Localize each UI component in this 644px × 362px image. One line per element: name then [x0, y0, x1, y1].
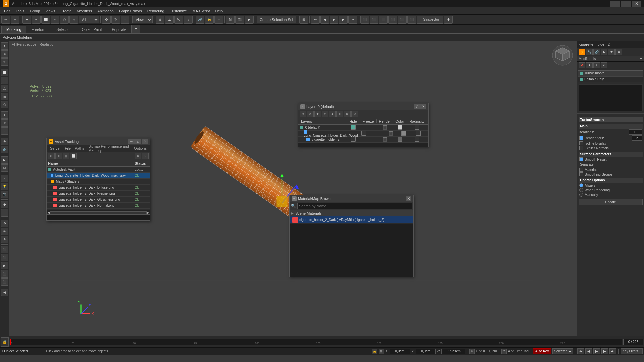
lt-misc2[interactable]: ⬛ [1, 254, 8, 261]
ld-tb-7[interactable]: ↻ [344, 111, 351, 117]
angle-snap[interactable]: ∠ [165, 16, 174, 24]
rp-nav-move-up[interactable]: ⬆ [586, 62, 593, 68]
named-sel-button[interactable]: ⊞ [299, 16, 308, 24]
percent-snap[interactable]: % [174, 16, 183, 24]
play-prev-frame[interactable]: ◀ [585, 348, 592, 354]
mod-editable-poly[interactable]: Editable Poly [578, 76, 643, 82]
close-button[interactable]: ✕ [632, 1, 641, 7]
ld-row-1-hide[interactable] [358, 131, 369, 136]
rp-main-header[interactable]: Main [579, 124, 643, 129]
lt-material[interactable]: M [1, 164, 8, 172]
lt-light[interactable]: 💡 [1, 183, 8, 190]
menu-maxscript[interactable]: MAXScript [190, 7, 213, 15]
key-mode-button[interactable]: ⇤ [311, 16, 320, 24]
undo-button[interactable]: ↩ [1, 16, 10, 24]
lt-btn2[interactable]: ○ [1, 77, 8, 84]
viewport-btn4[interactable]: ⬛ [388, 16, 397, 24]
mb-item-0[interactable]: cigarette_holder_2_Dark ( VRayMtl ) [cig… [290, 216, 413, 224]
at-scroll-right[interactable]: ▶ [147, 210, 149, 214]
menu-graph-editors[interactable]: Graph Editors [116, 7, 145, 15]
rp-materials-check[interactable] [579, 168, 583, 172]
lt-rotate[interactable]: ↻ [1, 119, 8, 127]
at-menu-options[interactable]: Options [132, 146, 149, 151]
rect-sel-button[interactable]: ⬜ [41, 16, 50, 24]
ld-row-2-render[interactable]: ⬛ [377, 137, 393, 142]
lt-snap[interactable]: ⊕ [1, 138, 8, 145]
material-editor[interactable]: M [226, 16, 235, 24]
play-anim[interactable]: ▶ [330, 16, 338, 24]
spinner-snap[interactable]: ↕ [184, 16, 193, 24]
at-tb-4[interactable]: ⬜ [70, 153, 77, 159]
lock-icon[interactable]: 🔒 [372, 349, 377, 354]
at-scroll-track[interactable] [50, 211, 147, 214]
ld-row-2[interactable]: cigarette_holder_2 — ⬛ [298, 137, 428, 143]
render-button[interactable]: ▶ [245, 16, 254, 24]
lt-btn1[interactable]: ⬜ [1, 69, 8, 76]
at-row-glossiness[interactable]: cigarette_holder_2_Dark_Glossiness.png O… [47, 197, 150, 203]
play-next-frame[interactable]: ▶ [601, 348, 608, 354]
at-row-fresnel[interactable]: cigarette_holder_2_Dark_Fresnel.png Ok [47, 191, 150, 197]
lt-spacewarp[interactable]: ~ [1, 209, 8, 217]
rp-tab-modify[interactable]: 🔧 [586, 49, 593, 55]
play-next[interactable]: ⏭ [609, 348, 616, 354]
lasso-sel-button[interactable]: ∿ [69, 16, 78, 24]
at-row-normal[interactable]: cigarette_holder_2_Dark_Normal.png Ok [47, 203, 150, 209]
rp-tab-display[interactable]: 👁 [608, 49, 615, 55]
at-row-specular[interactable]: cigarette_holder_2_Dark_Specular.png Ok [47, 209, 150, 210]
ld-close[interactable]: ✕ [420, 104, 426, 109]
tab-populate[interactable]: Populate [107, 26, 131, 33]
ts-inspector[interactable]: TSInspector [417, 16, 443, 24]
rp-always-radio[interactable] [579, 183, 583, 187]
lt-create[interactable]: ✦ [1, 42, 8, 50]
mb-close[interactable]: ✕ [406, 196, 411, 201]
move-button[interactable]: ✛ [102, 16, 111, 24]
next-frame[interactable]: ▶ [339, 16, 348, 24]
at-close[interactable]: ✕ [142, 139, 148, 144]
ld-row-0-render[interactable]: ⬛ [377, 125, 393, 130]
grid-icon[interactable]: ⊞ [379, 349, 384, 354]
menu-views[interactable]: Views [43, 7, 58, 15]
lt-render[interactable]: ▶ [1, 156, 8, 164]
at-path-input[interactable] [47, 215, 150, 221]
lt-camera[interactable]: 📷 [1, 191, 8, 198]
timeline-position[interactable]: 0 / 225 [623, 339, 643, 345]
ld-row-1-color[interactable] [398, 131, 410, 136]
rp-tab-utilities[interactable]: ⚙ [615, 49, 622, 55]
prev-frame[interactable]: ◀ [320, 16, 329, 24]
menu-tools[interactable]: Tools [13, 7, 27, 15]
at-tb-help[interactable]: ? [142, 153, 149, 159]
menu-animation[interactable]: Animation [95, 7, 116, 15]
z-input[interactable] [441, 349, 465, 354]
rp-turbosmooth-header[interactable]: TurboSmooth [579, 117, 643, 122]
viewport-btn6[interactable]: ⬛ [407, 16, 416, 24]
tab-modeling[interactable]: Modeling [1, 26, 26, 33]
lt-misc5[interactable]: ◀ [1, 289, 8, 296]
rp-tab-motion[interactable]: ▶ [601, 49, 607, 55]
ld-row-1-render[interactable]: ⬛ [384, 131, 398, 136]
last-frame[interactable]: ⇥ [348, 16, 357, 24]
menu-modifiers[interactable]: Modifiers [74, 7, 95, 15]
time-tag-icon[interactable]: ⏱ [501, 349, 507, 354]
ld-tb-1[interactable]: ⊕ [300, 111, 306, 117]
lt-misc3[interactable]: ⬛ [1, 270, 8, 278]
menu-group[interactable]: Group [27, 7, 43, 15]
menu-customize[interactable]: Customize [167, 7, 190, 15]
rp-explicit-normals-check[interactable] [579, 146, 583, 150]
create-selection-button[interactable]: Create Selection Sel [257, 16, 296, 23]
nav-cube[interactable] [551, 44, 574, 67]
at-row-diffuse[interactable]: cigarette_holder_2_Dark_Diffuse.png Ok [47, 185, 150, 191]
lt-freeze[interactable]: ❄ [1, 236, 8, 243]
x-input[interactable] [390, 349, 410, 354]
ld-scrollbar[interactable] [298, 143, 428, 147]
rp-smooth-result-check[interactable] [579, 157, 583, 161]
at-row-maps[interactable]: Maps / Shaders [47, 179, 150, 185]
at-menu-paths[interactable]: Paths [73, 146, 86, 151]
selection-filter[interactable]: All [79, 16, 99, 23]
redo-button[interactable]: ↪ [11, 16, 19, 24]
at-tb-2[interactable]: ≡ [55, 153, 62, 159]
viewport[interactable]: [+] [Perspective] [Realistic] Polys: 8 5… [9, 41, 577, 336]
lt-btn4[interactable]: ⊞ [1, 93, 8, 100]
lt-paint[interactable]: ✏ [1, 58, 8, 66]
lt-layer[interactable]: ≡ [1, 175, 8, 182]
bind-space-warp[interactable]: ~ [214, 16, 223, 24]
